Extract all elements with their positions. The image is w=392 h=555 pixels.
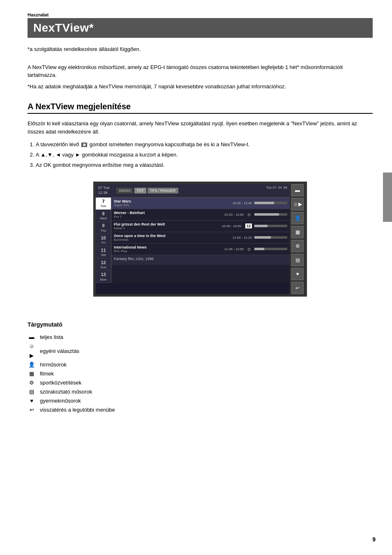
epg-prog-bar-3 <box>254 225 287 227</box>
epg-icon-fulllist[interactable]: ▬ <box>291 184 304 196</box>
title-box: NexTView* <box>28 18 373 38</box>
epg-day-name: Thu <box>101 229 106 233</box>
epg-prog-info-4: Once upon a time in the West Euronews <box>114 234 230 242</box>
epg-icon-entertainment[interactable]: ▤ <box>291 254 304 266</box>
epg-prog-bar-fill-1 <box>254 202 274 204</box>
index-section: Tárgymutató ▬ teljes lista ☺▶ egyéni vál… <box>28 321 373 415</box>
sports-icon: ⚙ <box>28 378 36 387</box>
index-item-news: 👤 hírműsorok <box>28 360 373 369</box>
epg-program-starwars[interactable]: Star Wars Super RTL 10:35 - 12:45 <box>111 198 290 209</box>
index-label-personal: egyéni választás <box>40 347 79 356</box>
epg-days-column: 7 Tue 8 Wed 9 Thu 10 Fri <box>96 198 111 283</box>
personal-icon: ☺▶ <box>28 342 36 360</box>
epg-day-num: 13 <box>101 272 106 277</box>
epg-day-name: Sat <box>101 253 106 257</box>
epg-tab-swiss[interactable]: SWISS <box>116 188 133 193</box>
epg-day-num: 11 <box>101 248 106 253</box>
epg-prog-time-2: 10:20 - 12:00 <box>224 213 244 216</box>
step-3: Az OK gombot megnyomva erősítse meg a vá… <box>36 161 373 170</box>
index-item-personal: ☺▶ egyéni választás <box>28 342 373 360</box>
epg-number-badge: 12 <box>245 223 252 228</box>
page-number: 9 <box>372 536 376 543</box>
epg-prog-time-3: 10:45 - 10:50 <box>222 224 241 228</box>
epg-tab-tps[interactable]: TPS / RINGIER <box>148 188 178 193</box>
epg-prog-channel-4: Euronews <box>114 238 230 242</box>
kids-icon: ♥ <box>28 396 36 405</box>
epg-day-10-fri[interactable]: 10 Fri <box>96 234 111 246</box>
epg-prog-bar-4 <box>254 236 287 239</box>
epg-icon-films[interactable]: ▦ <box>291 226 304 238</box>
epg-day-8-wed[interactable]: 8 Wed <box>96 210 111 222</box>
epg-prog-info-3: Flui grüsst den Rest der Welt Kabel 1 <box>114 222 219 230</box>
epg-programs-column: Star Wars Super RTL 10:35 - 12:45 Werner… <box>111 198 290 283</box>
epg-prog-time-5: 11:45 - 12:50 <box>224 247 244 251</box>
epg-day-12-sun[interactable]: 12 Sun <box>96 259 111 271</box>
index-item-kids: ♥ gyermekműsorok <box>28 396 373 405</box>
epg-prog-bar-fill-3 <box>254 225 267 227</box>
index-list: ▬ teljes lista ☺▶ egyéni választás 👤 hír… <box>28 333 373 415</box>
epg-prog-bar-fill-4 <box>254 236 271 239</box>
epg-day-num: 12 <box>101 260 106 265</box>
index-title: Tárgymutató <box>28 321 373 328</box>
epg-program-once[interactable]: Once upon a time in the West Euronews 11… <box>111 232 290 244</box>
epg-prog-title-2: Werner - Beinhart <box>114 211 222 215</box>
epg-day-name: Sun <box>100 265 106 269</box>
epg-channel-tabs: SWISS TXT TPS / RINGIER <box>116 186 265 195</box>
index-label-fulllist: teljes lista <box>40 333 63 342</box>
entertainment-icon: ▤ <box>28 387 36 396</box>
intro-paragraph1: A NexTView egy elektronikus műsorfüzet, … <box>28 63 373 79</box>
clock-icon-5: ⊙ <box>246 247 252 251</box>
epg-prog-time-4: 11:00 - 11:20 <box>233 236 252 240</box>
epg-day-7-tue[interactable]: 7 Tue <box>96 198 111 210</box>
index-label-kids: gyermekműsorok <box>40 396 81 405</box>
index-label-news: hírműsorok <box>40 360 67 369</box>
epg-day-num: 10 <box>101 235 106 241</box>
epg-program-flui[interactable]: Flui grüsst den Rest der Welt Kabel 1 10… <box>111 221 290 232</box>
epg-prog-time-1: 10:35 - 12:45 <box>233 201 252 205</box>
index-label-films: filmek <box>40 369 54 378</box>
epg-display: 07 Tue 12:38 SWISS TXT TPS / RINGIER Tue… <box>93 182 307 297</box>
epg-prog-info-5: International News RTL Plus <box>114 245 222 253</box>
back-icon: ↩ <box>28 405 36 415</box>
epg-day-name: Tue <box>101 204 106 208</box>
epg-day-num: 9 <box>102 223 104 228</box>
epg-day-num: 8 <box>102 211 104 216</box>
epg-prog-bar-5 <box>254 248 287 250</box>
epg-header: 07 Tue 12:38 SWISS TXT TPS / RINGIER Tue… <box>96 184 290 197</box>
epg-day-name: Wed <box>100 216 106 221</box>
section-intro: Először ki kell választania egy olyan cs… <box>28 120 373 136</box>
index-item-films: ▦ filmek <box>28 369 373 378</box>
epg-day-11-sat[interactable]: 11 Sat <box>96 246 111 259</box>
epg-prog-info-1: Star Wars Super RTL <box>114 199 230 207</box>
remote-icon: ▣ <box>81 143 87 147</box>
epg-icon-kids[interactable]: ♥ <box>291 268 304 280</box>
epg-tab-txt[interactable]: TXT <box>134 188 146 193</box>
step-1: A távvezérlőn lévő ▣ gombot ismételten m… <box>36 140 373 149</box>
fulllist-icon: ▬ <box>28 333 36 342</box>
epg-day-name: Mon <box>100 278 107 282</box>
epg-datetime: 07 Tue 12:38 <box>98 186 115 195</box>
epg-channel-info: Tue 07. 04 .98 <box>266 186 287 195</box>
epg-prog-channel-1: Super RTL <box>114 203 230 207</box>
index-label-back: visszatérés a legutóbbi menübe <box>40 405 115 415</box>
epg-icon-personal[interactable]: ☺▶ <box>291 198 304 210</box>
epg-icon-back[interactable]: ↩ <box>291 282 304 294</box>
epg-prog-title-3: Flui grüsst den Rest der Welt <box>114 222 219 226</box>
epg-icon-sports[interactable]: ⚙ <box>291 240 304 252</box>
epg-day-num: 7 <box>102 199 104 204</box>
epg-prog-title-1: Star Wars <box>114 199 230 203</box>
epg-day-9-thu[interactable]: 9 Thu <box>96 222 111 234</box>
epg-prog-info-2: Werner - Beinhart Pro 7 <box>114 211 222 219</box>
right-margin-tab <box>383 173 392 222</box>
epg-program-intl-news[interactable]: International News RTL Plus 11:45 - 12:5… <box>111 244 290 255</box>
clock-icon-2: ⊙ <box>246 212 252 217</box>
epg-description: Fantasy film, USA, 1996 <box>111 255 290 265</box>
films-icon: ▦ <box>28 369 36 378</box>
epg-time: 12:38 <box>98 191 115 196</box>
epg-date: 07 Tue <box>98 186 115 191</box>
epg-day-13-mon[interactable]: 13 Mon <box>96 271 111 283</box>
epg-prog-title-5: International News <box>114 245 222 249</box>
epg-icon-news[interactable]: 👤 <box>291 212 304 224</box>
epg-program-werner[interactable]: Werner - Beinhart Pro 7 10:20 - 12:00 ⊙ <box>111 209 290 221</box>
epg-prog-bar-2 <box>254 213 287 216</box>
